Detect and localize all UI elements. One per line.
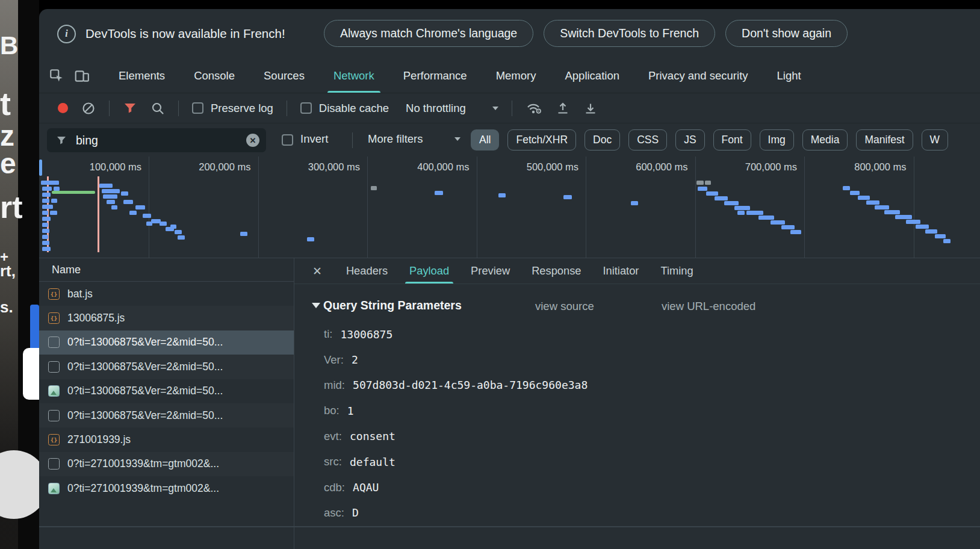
- network-conditions-icon[interactable]: [526, 101, 542, 116]
- tab-label: Memory: [496, 69, 536, 82]
- request-name: 0?ti=13006875&Ver=2&mid=50...: [67, 385, 223, 397]
- network-overview[interactable]: 100,000 ms200,000 ms300,000 ms400,000 ms…: [39, 157, 980, 258]
- import-har-icon[interactable]: [556, 101, 570, 116]
- devtools-tab-privacy-and-security[interactable]: Privacy and security: [634, 58, 763, 93]
- preserve-log-checkbox[interactable]: [192, 102, 203, 114]
- overview-request-bar: [103, 194, 117, 199]
- request-row[interactable]: 0?ti=271001939&tm=gtm002&...: [39, 476, 294, 500]
- background-letter: z: [0, 122, 14, 150]
- bottom-divider: [39, 526, 980, 527]
- banner-button-always-match-chrome-s-language[interactable]: Always match Chrome's language: [324, 20, 533, 47]
- details-tab-payload[interactable]: Payload: [399, 258, 460, 284]
- export-har-icon[interactable]: [583, 101, 598, 116]
- overview-request-bar: [175, 230, 182, 234]
- throttling-select[interactable]: No throttling: [406, 102, 466, 115]
- clear-icon[interactable]: [81, 101, 96, 116]
- request-row[interactable]: {}13006875.js: [39, 306, 294, 330]
- filter-chip-manifest[interactable]: Manifest: [856, 129, 913, 150]
- search-icon[interactable]: [150, 101, 165, 116]
- close-icon[interactable]: ✕: [312, 264, 322, 278]
- doc-icon: [48, 337, 60, 348]
- banner-button-don-t-show-again[interactable]: Don't show again: [725, 20, 848, 47]
- more-filters-button[interactable]: More filters: [368, 132, 423, 146]
- overview-request-bar: [170, 225, 176, 229]
- overview-request-bar: [41, 181, 59, 185]
- invert-checkbox[interactable]: [282, 134, 293, 146]
- tab-label: Elements: [119, 69, 165, 82]
- collapse-triangle-icon[interactable]: [312, 303, 320, 308]
- param-value: 2: [352, 353, 358, 366]
- request-row[interactable]: 0?ti=13006875&Ver=2&mid=50...: [39, 330, 294, 355]
- filter-icon[interactable]: [123, 101, 137, 116]
- filter-chip-media[interactable]: Media: [802, 129, 848, 150]
- throttling-caret-icon[interactable]: [492, 107, 498, 110]
- devtools-tab-performance[interactable]: Performance: [389, 58, 482, 93]
- view-source-link[interactable]: view source: [535, 300, 594, 313]
- record-button[interactable]: [58, 103, 68, 113]
- filter-chip-w[interactable]: W: [922, 129, 949, 150]
- screen: Btzert+rt,s. i DevTools is now available…: [0, 0, 980, 549]
- details-tabbar: ✕ HeadersPayloadPreviewResponseInitiator…: [294, 258, 980, 284]
- payload-section-title[interactable]: Query String Parameters: [323, 299, 462, 312]
- doc-icon: [48, 361, 60, 373]
- devtools-tab-elements[interactable]: Elements: [104, 58, 179, 93]
- filter-chip-img[interactable]: Img: [760, 129, 794, 150]
- devtools-tab-console[interactable]: Console: [179, 58, 249, 93]
- overview-request-bar: [906, 220, 920, 224]
- view-url-encoded-link[interactable]: view URL-encoded: [662, 300, 755, 313]
- banner-button-switch-devtools-to-french[interactable]: Switch DevTools to French: [544, 20, 715, 47]
- request-name: 13006875.js: [67, 312, 125, 324]
- more-filters-caret-icon[interactable]: [454, 137, 461, 141]
- overview-request-bar: [121, 191, 128, 196]
- filter-chip-css[interactable]: CSS: [628, 129, 667, 150]
- devtools-tab-memory[interactable]: Memory: [482, 58, 551, 93]
- tab-label: Network: [333, 69, 374, 82]
- request-row[interactable]: 0?ti=13006875&Ver=2&mid=50...: [39, 403, 294, 427]
- payload-param-row: asc: D: [294, 500, 980, 526]
- details-tab-preview[interactable]: Preview: [460, 258, 521, 284]
- overview-request-bar: [734, 206, 750, 210]
- devtools-tab-network[interactable]: Network: [319, 58, 389, 93]
- filter-chip-doc[interactable]: Doc: [585, 129, 620, 150]
- request-name: 0?ti=13006875&Ver=2&mid=50...: [67, 409, 223, 422]
- request-row[interactable]: {}271001939.js: [39, 427, 294, 451]
- details-tab-initiator[interactable]: Initiator: [592, 258, 650, 284]
- request-row[interactable]: 0?ti=13006875&Ver=2&mid=50...: [39, 379, 294, 403]
- disable-cache-checkbox[interactable]: [300, 102, 312, 114]
- overview-request-bar: [698, 187, 707, 191]
- preserve-log-label: Preserve log: [211, 102, 273, 115]
- details-tab-headers[interactable]: Headers: [335, 258, 399, 284]
- device-toolbar-icon[interactable]: [74, 68, 90, 84]
- devtools-tab-application[interactable]: Application: [550, 58, 634, 93]
- filter-chip-all[interactable]: All: [471, 129, 499, 150]
- name-column-header[interactable]: Name: [39, 258, 294, 282]
- clear-filter-icon[interactable]: ✕: [246, 134, 259, 147]
- overview-request-bar: [916, 225, 929, 229]
- request-row[interactable]: 0?ti=13006875&Ver=2&mid=50...: [39, 355, 294, 379]
- tab-label: Preview: [471, 264, 510, 278]
- filter-chip-js[interactable]: JS: [675, 129, 704, 150]
- network-filter-bar: bing ✕ Invert More filters AllFetch/XHRD…: [39, 123, 980, 157]
- overview-request-bar: [102, 189, 120, 193]
- overview-request-bar: [107, 200, 115, 204]
- details-tab-timing[interactable]: Timing: [650, 258, 704, 284]
- filter-input[interactable]: bing ✕: [47, 128, 266, 152]
- overview-request-bar: [696, 181, 704, 185]
- request-row[interactable]: 0?ti=271001939&tm=gtm002&...: [39, 452, 294, 476]
- overview-time-label: 200,000 ms: [143, 161, 251, 173]
- inspect-icon[interactable]: [49, 68, 64, 84]
- request-row[interactable]: {}bat.js: [39, 282, 294, 306]
- devtools-tab-light[interactable]: Light: [763, 58, 816, 93]
- filter-chip-font[interactable]: Font: [713, 129, 751, 150]
- payload-param-row: cdb: AQAU: [294, 474, 980, 500]
- overview-request-bar: [42, 211, 48, 215]
- banner-message: DevTools is now available in French!: [85, 26, 285, 41]
- param-value: 1: [347, 405, 354, 417]
- devtools-tab-sources[interactable]: Sources: [249, 58, 319, 93]
- img-icon: [48, 385, 60, 397]
- details-tab-response[interactable]: Response: [521, 258, 592, 284]
- overview-request-bar: [843, 186, 850, 190]
- overview-request-bar: [781, 225, 795, 229]
- overview-handle[interactable]: [39, 160, 42, 176]
- filter-chip-fetch-xhr[interactable]: Fetch/XHR: [507, 129, 576, 150]
